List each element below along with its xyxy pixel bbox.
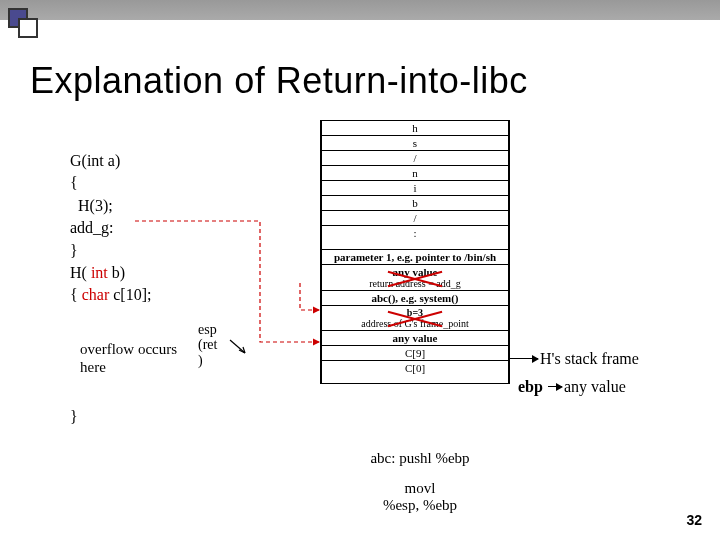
abc-pushl-label: abc: pushl %ebp <box>350 450 490 467</box>
slide-top-bar <box>0 0 720 20</box>
h-stack-frame-label: H's stack frame <box>540 350 639 368</box>
overflow-note: overflow occurs here <box>80 340 177 376</box>
slide-title: Explanation of Return-into-libc <box>30 60 528 102</box>
stack-cell-anyvalue: any value return address = add_g <box>322 264 508 290</box>
stack-cell: b <box>322 195 508 210</box>
stack-cell: / <box>322 150 508 165</box>
stack-cell: n <box>322 165 508 180</box>
code-line: H(3); <box>70 195 151 217</box>
stack-cell: i <box>322 180 508 195</box>
code-block: G(int a) { H(3); add_g: } H( int b) { ch… <box>70 150 151 307</box>
stack-cell: h <box>322 120 508 135</box>
stack-cell: s <box>322 135 508 150</box>
ebp-label: ebp <box>518 378 543 396</box>
page-number: 32 <box>686 512 702 528</box>
stack-cell-c0: C[0] <box>322 360 508 384</box>
stack-diagram: h s / n i b / : parameter 1, e.g. pointe… <box>320 120 510 384</box>
movl-label: movl %esp, %ebp <box>350 480 490 513</box>
code-line: { char c[10]; <box>70 284 151 306</box>
stack-cell-param: parameter 1, e.g. pointer to /bin/sh <box>322 249 508 264</box>
code-line: { <box>70 172 151 194</box>
stack-cell: : <box>322 225 508 249</box>
stack-cell-anyvalue2: any value <box>322 330 508 345</box>
code-line: G(int a) <box>70 150 151 172</box>
closing-brace: } <box>70 408 78 426</box>
code-line: } <box>70 240 151 262</box>
logo-squares <box>8 8 36 32</box>
code-line: H( int b) <box>70 262 151 284</box>
stack-cell-b3: b=3 address of G's frame_point <box>322 305 508 330</box>
stack-cell-abc: abc(), e.g. system() <box>322 290 508 305</box>
stack-cell-c9: C[9] <box>322 345 508 360</box>
esp-ret-label: esp (ret ) <box>198 322 217 368</box>
arrow-icon <box>510 358 538 359</box>
arrow-icon <box>548 386 562 387</box>
code-line: add_g: <box>70 217 151 239</box>
stack-cell: / <box>322 210 508 225</box>
any-value-label: any value <box>564 378 626 396</box>
